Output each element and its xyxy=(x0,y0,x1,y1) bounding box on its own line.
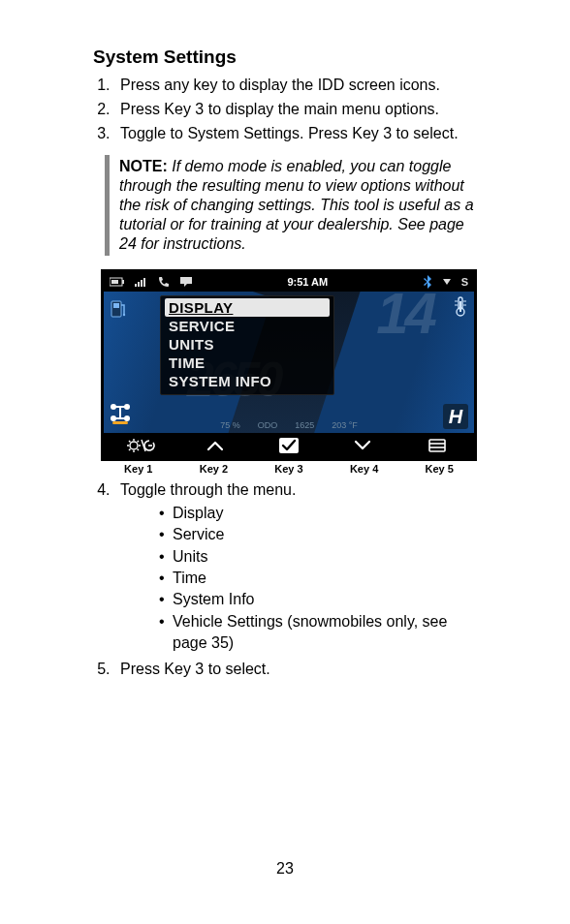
svg-line-32 xyxy=(138,441,140,443)
device-screenshot: 9:51 AM S 14 M xyxy=(101,269,477,475)
status-bar: 9:51 AM S xyxy=(104,272,474,292)
phone-icon xyxy=(158,276,170,288)
note-label: NOTE: xyxy=(119,158,168,174)
thermometer-icon xyxy=(453,295,468,320)
note-text: If demo mode is enabled, you can toggle … xyxy=(119,158,474,252)
key-labels-row: Key 1 Key 2 Key 3 Key 4 Key 5 xyxy=(101,463,477,475)
key2-icon[interactable] xyxy=(177,433,251,458)
soft-key-bar xyxy=(104,433,474,458)
step-2: Press Key 3 to display the main menu opt… xyxy=(114,98,485,120)
menu-item-time[interactable]: TIME xyxy=(165,354,330,372)
svg-line-33 xyxy=(129,448,131,450)
page-number: 23 xyxy=(0,860,570,878)
menu-item-service[interactable]: SERVICE xyxy=(165,317,330,335)
sub-units: Units xyxy=(159,546,485,568)
note-block: NOTE: If demo mode is enabled, you can t… xyxy=(105,155,485,256)
svg-rect-2 xyxy=(122,280,124,284)
svg-rect-3 xyxy=(135,284,137,287)
readout-3: 1625 xyxy=(295,420,314,430)
menu-item-system-info[interactable]: SYSTEM INFO xyxy=(165,372,330,390)
svg-rect-6 xyxy=(143,278,145,287)
key-label-4: Key 4 xyxy=(327,463,402,475)
svg-rect-1 xyxy=(111,280,118,284)
sub-time: Time xyxy=(159,568,485,589)
readout-2: ODO xyxy=(258,420,278,430)
signal-icon xyxy=(135,277,148,287)
steps-list: Press any key to display the IDD screen … xyxy=(93,74,485,145)
key-label-2: Key 2 xyxy=(176,463,252,475)
menu-item-display[interactable]: DISPLAY xyxy=(165,298,330,317)
step-4-sublist: Display Service Units Time System Info V… xyxy=(159,503,485,655)
bg-speed-number: 14 xyxy=(376,292,433,347)
key-label-3: Key 3 xyxy=(251,463,327,475)
svg-rect-8 xyxy=(113,303,119,308)
bluetooth-icon xyxy=(423,275,432,289)
status-s-text: S xyxy=(461,276,468,288)
sub-service: Service xyxy=(159,524,485,545)
message-icon xyxy=(179,276,193,288)
menu-item-units[interactable]: UNITS xyxy=(165,335,330,354)
svg-line-30 xyxy=(129,441,131,443)
fuel-icon xyxy=(110,297,127,322)
key4-icon[interactable] xyxy=(326,433,399,458)
key1-icon[interactable] xyxy=(104,433,177,458)
steps-list-cont: Toggle through the menu. Display Service… xyxy=(93,478,485,681)
sub-system-info: System Info xyxy=(159,589,485,610)
key3-icon[interactable] xyxy=(252,433,326,458)
svg-rect-37 xyxy=(429,440,445,451)
down-triangle-icon xyxy=(442,277,452,287)
page-title: System Settings xyxy=(93,46,485,68)
sub-vehicle-settings: Vehicle Settings (snowmobiles only, see … xyxy=(159,611,485,655)
step-1: Press any key to display the IDD screen … xyxy=(114,74,485,96)
step-3: Toggle to System Settings. Press Key 3 t… xyxy=(114,122,485,144)
key-label-1: Key 1 xyxy=(101,463,176,475)
svg-line-31 xyxy=(138,448,140,450)
key-label-5: Key 5 xyxy=(401,463,477,475)
readouts-row: 75 % ODO 1625 203 °F xyxy=(104,417,474,433)
battery-icon xyxy=(110,277,125,287)
svg-point-25 xyxy=(130,442,138,449)
sub-display: Display xyxy=(159,503,485,524)
readout-4: 203 °F xyxy=(332,420,358,430)
step-4-text: Toggle through the menu. xyxy=(120,481,296,498)
step-4: Toggle through the menu. Display Service… xyxy=(114,478,485,655)
step-5: Press Key 3 to select. xyxy=(114,658,485,680)
key5-icon[interactable] xyxy=(400,433,474,458)
svg-point-9 xyxy=(123,313,125,315)
svg-rect-4 xyxy=(138,282,140,287)
clock-text: 9:51 AM xyxy=(287,276,328,288)
svg-rect-5 xyxy=(141,280,142,287)
readout-1: 75 % xyxy=(220,420,240,430)
main-display-area: 14 MPH 2650 RPM DISPLAY SERVICE UNITS TI… xyxy=(104,292,474,433)
settings-menu: DISPLAY SERVICE UNITS TIME SYSTEM INFO xyxy=(160,295,334,395)
